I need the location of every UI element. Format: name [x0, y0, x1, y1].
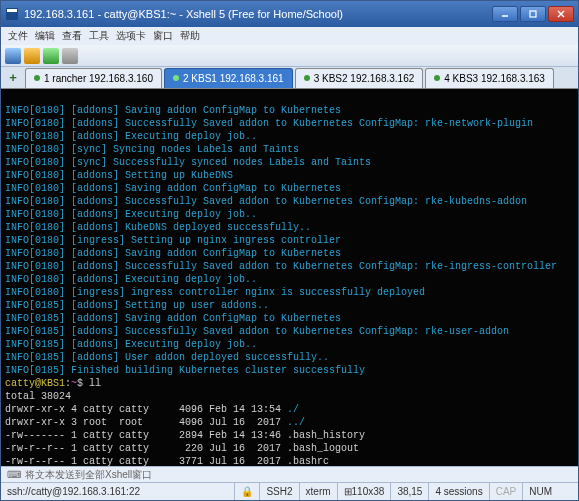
status-size: ⊞ 110x38 [337, 483, 391, 500]
log-line: INFO[0180] [addons] Saving addon ConfigM… [5, 105, 341, 116]
toolbar-button[interactable] [62, 48, 78, 64]
menu-item[interactable]: 窗口 [150, 28, 176, 44]
log-line: INFO[0185] [addons] Executing deploy job… [5, 339, 257, 350]
status-rowcol: 38,15 [390, 483, 428, 500]
toolbar-button[interactable] [5, 48, 21, 64]
svg-rect-3 [530, 11, 536, 17]
log-line: INFO[0180] [sync] Syncing nodes Labels a… [5, 144, 299, 155]
app-window: 192.168.3.161 - catty@KBS1:~ - Xshell 5 … [0, 0, 579, 501]
terminal[interactable]: INFO[0180] [addons] Saving addon ConfigM… [1, 89, 578, 466]
log-line: INFO[0185] [addons] User addon deployed … [5, 352, 329, 363]
ls-line: -rw-r--r-- 1 catty catty 220 Jul 16 2017… [5, 443, 359, 454]
ls-total: total 38024 [5, 391, 71, 402]
log-line: INFO[0180] [addons] Successfully Saved a… [5, 118, 533, 129]
window-title: 192.168.3.161 - catty@KBS1:~ - Xshell 5 … [24, 8, 490, 20]
tab-3[interactable]: 3 KBS2 192.168.3.162 [295, 68, 424, 88]
log-line: INFO[0180] [addons] Saving addon ConfigM… [5, 248, 341, 259]
menubar[interactable]: 文件 编辑 查看 工具 选项卡 窗口 帮助 [1, 27, 578, 45]
statusbar: ssh://catty@192.168.3.161:22 🔒 SSH2 xter… [1, 482, 578, 500]
grid-icon: ⊞ [344, 486, 352, 497]
svg-rect-1 [7, 9, 17, 12]
status-caps: CAP [489, 483, 523, 500]
log-line: INFO[0180] [addons] Successfully Saved a… [5, 196, 527, 207]
menu-item[interactable]: 编辑 [32, 28, 58, 44]
tab-2[interactable]: 2 KBS1 192.168.3.161 [164, 68, 293, 88]
app-icon [5, 7, 19, 21]
menu-item[interactable]: 文件 [5, 28, 31, 44]
log-line: INFO[0180] [addons] Executing deploy job… [5, 209, 257, 220]
status-dot-icon [173, 75, 179, 81]
status-connection: ssh://catty@192.168.3.161:22 [7, 486, 234, 497]
log-line: INFO[0180] [addons] Setting up KubeDNS [5, 170, 233, 181]
tab-label: 3 KBS2 192.168.3.162 [314, 73, 415, 84]
menu-item[interactable]: 选项卡 [113, 28, 149, 44]
tabbar: + 1 rancher 192.168.3.160 2 KBS1 192.168… [1, 67, 578, 89]
tab-4[interactable]: 4 KBS3 192.168.3.163 [425, 68, 554, 88]
log-line: INFO[0180] [addons] KubeDNS deployed suc… [5, 222, 311, 233]
minimize-button[interactable] [492, 6, 518, 22]
log-line: INFO[0180] [ingress] ingress controller … [5, 287, 425, 298]
status-sessions: 4 sessions [428, 483, 488, 500]
log-line: INFO[0180] [addons] Successfully Saved a… [5, 261, 557, 272]
status-lock-icon: 🔒 [234, 483, 259, 500]
new-tab-button[interactable]: + [5, 70, 21, 86]
status-num: NUM [522, 483, 558, 500]
status-dot-icon [304, 75, 310, 81]
tab-1[interactable]: 1 rancher 192.168.3.160 [25, 68, 162, 88]
maximize-button[interactable] [520, 6, 546, 22]
status-dot-icon [34, 75, 40, 81]
status-dot-icon [434, 75, 440, 81]
log-line: INFO[0180] [sync] Successfully synced no… [5, 157, 371, 168]
tab-label: 1 rancher 192.168.3.160 [44, 73, 153, 84]
menu-item[interactable]: 帮助 [177, 28, 203, 44]
titlebar[interactable]: 192.168.3.161 - catty@KBS1:~ - Xshell 5 … [1, 1, 578, 27]
log-line: INFO[0185] [addons] Setting up user addo… [5, 300, 269, 311]
ls-line: drwxr-xr-x 3 root root 4096 Jul 16 2017 … [5, 417, 305, 428]
ls-line: drwxr-xr-x 4 catty catty 4096 Feb 14 13:… [5, 404, 299, 415]
ls-line: -rw------- 1 catty catty 2894 Feb 14 13:… [5, 430, 365, 441]
log-line: INFO[0180] [addons] Executing deploy job… [5, 131, 257, 142]
log-line: INFO[0180] [addons] Saving addon ConfigM… [5, 183, 341, 194]
tab-label: 4 KBS3 192.168.3.163 [444, 73, 545, 84]
tab-label: 2 KBS1 192.168.3.161 [183, 73, 284, 84]
log-line: INFO[0185] Finished building Kubernetes … [5, 365, 365, 376]
keyboard-icon: ⌨ [7, 469, 21, 480]
log-line: INFO[0180] [ingress] Setting up nginx in… [5, 235, 341, 246]
menu-item[interactable]: 查看 [59, 28, 85, 44]
close-button[interactable] [548, 6, 574, 22]
toolbar-button[interactable] [43, 48, 59, 64]
ls-line: -rw-r--r-- 1 catty catty 3771 Jul 16 201… [5, 456, 329, 466]
toolbar-button[interactable] [24, 48, 40, 64]
log-line: INFO[0185] [addons] Successfully Saved a… [5, 326, 509, 337]
broadcast-hint[interactable]: ⌨ 将文本发送到全部Xshell窗口 [1, 466, 578, 482]
log-line: INFO[0185] [addons] Saving addon ConfigM… [5, 313, 341, 324]
status-term: xterm [299, 483, 337, 500]
toolbar [1, 45, 578, 67]
hint-text: 将文本发送到全部Xshell窗口 [25, 468, 152, 482]
status-ssh: SSH2 [259, 483, 298, 500]
annotation-arrow-icon: ↘ [387, 464, 403, 466]
log-line: INFO[0180] [addons] Executing deploy job… [5, 274, 257, 285]
menu-item[interactable]: 工具 [86, 28, 112, 44]
prompt: catty@KBS1:~$ ll [5, 378, 101, 389]
